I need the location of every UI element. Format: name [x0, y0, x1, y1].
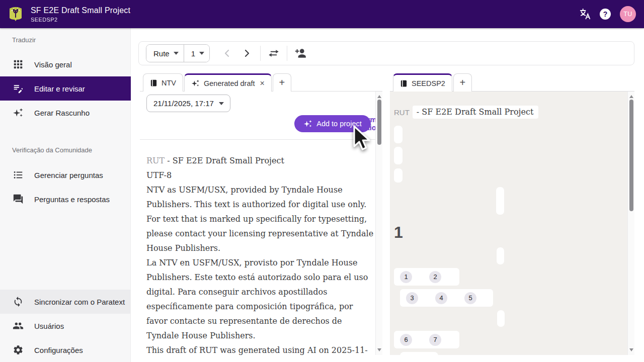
close-tab-icon[interactable]: ×: [260, 79, 265, 87]
add-tab-button[interactable]: +: [273, 73, 291, 92]
grid-icon: [12, 58, 24, 70]
sidebar-item-label: Editar e revisar: [34, 84, 85, 93]
add-to-project-button[interactable]: Add to project: [294, 115, 371, 132]
draft-text: RUT - SF E2E Draft Small Project UTF-8 N…: [146, 153, 375, 355]
sidebar-item-settings[interactable]: Configurações: [0, 338, 131, 362]
project-editor[interactable]: RUT - SF E2E Draft Small Project 1 1 2 3…: [390, 92, 634, 355]
verse-row: 6 7: [394, 331, 459, 348]
sidebar-item-sync-paratext[interactable]: Sincronizar com o Paratext: [0, 290, 131, 314]
translate-icon: [579, 8, 592, 21]
doc-ai-note: This draft of RUT was generated using AI…: [146, 343, 375, 355]
verse-marker: 4: [435, 292, 447, 304]
scroll-down-icon[interactable]: [377, 348, 381, 351]
verse-row: 1 2: [394, 268, 459, 286]
header-titles: SF E2E Draft Small Project SEEDSP2: [31, 6, 130, 23]
scrollbar[interactable]: [375, 92, 382, 355]
chevron-right-icon: [241, 47, 253, 59]
gear-icon: [12, 344, 24, 356]
verse-marker: 2: [429, 271, 441, 283]
doc-license-es: La NTV en USFM/USX, provisto por Tyndale…: [146, 255, 375, 343]
scrollbar[interactable]: [627, 92, 634, 355]
sidebar-item-edit-review[interactable]: Editar e revisar: [0, 76, 131, 101]
sidebar-section-community: Verificação da Comunidade: [12, 146, 92, 154]
skeleton-block: [394, 147, 403, 164]
toolbar-divider: [287, 46, 287, 61]
avatar[interactable]: TU: [620, 6, 636, 22]
language-button[interactable]: [575, 4, 595, 24]
help-icon: ?: [600, 9, 611, 20]
sidebar-item-manage-questions[interactable]: Gerenciar perguntas: [0, 163, 131, 187]
doc-license-en: NTV as USFM/USX, provided by Tyndale Hou…: [146, 183, 375, 255]
share-project-button[interactable]: [290, 43, 310, 63]
app-root: SF E2E Draft Small Project SEEDSP2 ? TU: [0, 0, 644, 362]
chevron-left-icon: [221, 47, 233, 59]
sidebar-item-label: Configurações: [34, 346, 83, 354]
tab-ntv[interactable]: NTV: [143, 73, 183, 92]
sidebar-item-generate-draft[interactable]: Gerar Rascunho: [0, 101, 131, 125]
chevron-down-icon: [174, 52, 179, 55]
chapter-toolbar: Rute 1: [138, 41, 634, 65]
edit-note-icon: [12, 82, 24, 95]
tab-generated-draft[interactable]: Generated draft ×: [184, 73, 272, 92]
divider: [140, 139, 375, 140]
book-icon: [400, 79, 408, 87]
skeleton-block: [400, 352, 438, 355]
list-icon: [12, 169, 24, 181]
forum-icon: [12, 193, 24, 205]
verse-row: 3 4 5: [400, 289, 493, 307]
project-title-box: - SF E2E Draft Small Project: [413, 106, 539, 119]
sidebar-item-label: Perguntas e respostas: [34, 195, 110, 204]
sparkles-icon: [303, 119, 312, 128]
doc-title-line: RUT - SF E2E Draft Small Project: [146, 153, 375, 168]
scrollbar-thumb[interactable]: [629, 100, 633, 211]
toolbar-divider: [260, 46, 261, 61]
sidebar-item-label: Usuários: [34, 322, 64, 330]
sidebar-item-users[interactable]: Usuários: [0, 314, 131, 338]
skeleton-block: [394, 168, 403, 183]
sidebar: Traduzir Visão geral Editar e revisar: [0, 28, 131, 362]
sidebar-section-translate: Traduzir: [12, 36, 36, 44]
book-select[interactable]: Rute: [146, 45, 184, 62]
verse-marker: 1: [400, 271, 412, 283]
verse-marker: 3: [406, 292, 418, 304]
scroll-down-icon[interactable]: [629, 348, 633, 351]
app-logo-icon: [7, 6, 24, 23]
draft-date-select[interactable]: 21/11/2025, 17:17: [146, 95, 230, 112]
book-icon: [150, 79, 157, 87]
swap-arrows-icon: [267, 47, 280, 60]
draft-panel-tabs: NTV Generated draft × +: [140, 73, 382, 92]
chapter-number: 1: [394, 223, 403, 242]
verse-marker: 6: [400, 334, 412, 346]
tab-seedsp2[interactable]: SEEDSP2: [393, 73, 452, 92]
book-code-label: RUT: [146, 156, 165, 165]
next-chapter-button[interactable]: [237, 43, 257, 63]
verse-marker: 7: [429, 334, 441, 346]
sidebar-item-overview[interactable]: Visão geral: [0, 52, 131, 76]
draft-panel: NTV Generated draft × + 21/11/2025,: [140, 73, 382, 355]
chapter-select[interactable]: 1: [184, 45, 209, 62]
sidebar-item-label: Sincronizar com o Paratext: [34, 298, 125, 306]
skeleton-block: [497, 310, 505, 327]
sidebar-item-label: Visão geral: [34, 60, 72, 69]
app-header: SF E2E Draft Small Project SEEDSP2 ? TU: [0, 0, 644, 28]
book-code-label: RUT: [394, 108, 410, 117]
add-tab-button[interactable]: +: [453, 73, 472, 92]
draft-editor[interactable]: 21/11/2025, 17:17 Formatting options Add…: [140, 92, 382, 355]
sync-icon: [12, 296, 24, 308]
sidebar-item-questions-answers[interactable]: Perguntas e respostas: [0, 187, 131, 211]
skeleton-block: [497, 247, 504, 264]
previous-chapter-button[interactable]: [217, 43, 237, 63]
page-title: SF E2E Draft Small Project: [31, 6, 130, 16]
sidebar-item-label: Gerar Rascunho: [34, 109, 90, 117]
scroll-up-icon[interactable]: [377, 95, 381, 98]
swap-panels-button[interactable]: [264, 43, 284, 63]
book-chapter-selector: Rute 1: [146, 44, 210, 62]
scroll-up-icon[interactable]: [629, 95, 633, 98]
verse-marker: 5: [464, 292, 476, 304]
sparkles-icon: [191, 79, 200, 87]
people-icon: [12, 320, 24, 332]
help-button[interactable]: ?: [595, 4, 615, 24]
person-add-icon: [294, 47, 307, 60]
skeleton-block: [496, 187, 504, 215]
scrollbar-thumb[interactable]: [377, 100, 381, 145]
